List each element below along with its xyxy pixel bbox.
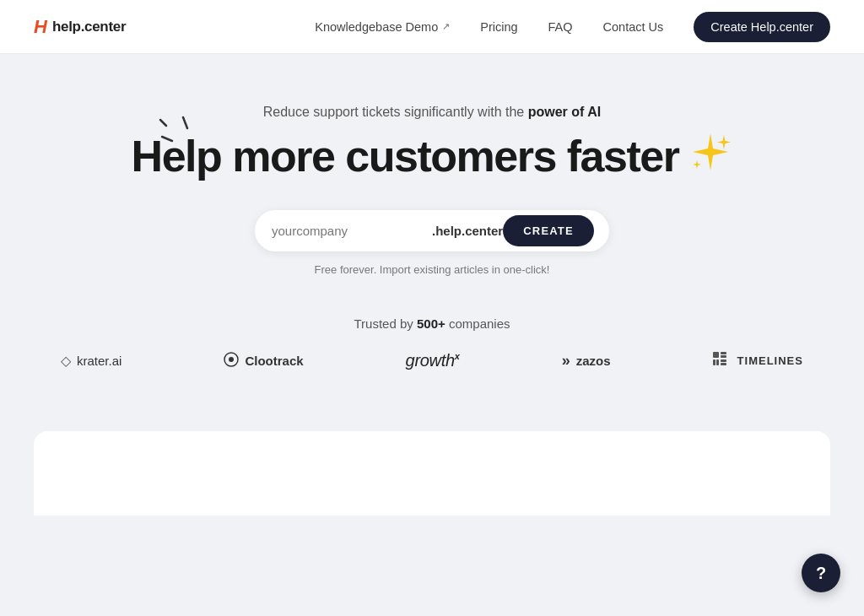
svg-rect-8: [713, 359, 716, 365]
hero-title-text: Help more customers faster: [132, 132, 679, 181]
nav-item-cta: Create Help.center: [694, 19, 830, 35]
svg-rect-11: [721, 363, 726, 365]
pricing-label: Pricing: [480, 20, 517, 34]
krater-icon: ◇: [61, 353, 71, 369]
hero-subtitle: Reduce support tickets significantly wit…: [263, 105, 601, 120]
sparkle-icon: [688, 130, 732, 183]
spark-svg: [154, 113, 196, 155]
create-button[interactable]: CREATE: [503, 215, 594, 246]
external-link-icon: ↗: [442, 21, 450, 32]
company-zazos: » zazos: [562, 352, 611, 370]
contact-us-link[interactable]: Contact Us: [603, 20, 664, 34]
svg-rect-7: [721, 355, 726, 358]
spark-decoration: [154, 113, 196, 155]
company-krater: ◇ krater.ai: [61, 353, 122, 369]
svg-line-1: [162, 137, 172, 141]
company-growthx: growthx: [406, 351, 460, 370]
trusted-label: Trusted by 500+ companies: [354, 316, 510, 331]
nav-item-faq: FAQ: [548, 19, 573, 35]
navbar: H help.center Knowledgebase Demo ↗ Prici…: [0, 0, 864, 54]
trusted-label-suffix: companies: [446, 316, 510, 331]
svg-line-2: [160, 120, 166, 126]
timelines-name: TIMELINES: [737, 354, 803, 367]
hero-title: Help more customers faster: [132, 130, 733, 183]
svg-rect-5: [713, 352, 719, 358]
faq-link[interactable]: FAQ: [548, 20, 573, 34]
bottom-card: [34, 431, 830, 516]
create-helpcenter-label: Create Help.center: [710, 20, 813, 34]
nav-item-contact: Contact Us: [603, 19, 664, 35]
clootrack-name: Clootrack: [245, 354, 303, 368]
clootrack-icon: [224, 352, 239, 370]
svg-rect-9: [716, 359, 719, 365]
company-clootrack: Clootrack: [224, 352, 303, 370]
domain-suffix: .help.center: [432, 224, 503, 238]
growthx-name: growthx: [406, 351, 460, 370]
nav-item-pricing: Pricing: [480, 19, 517, 35]
hero-subtitle-bold: power of AI: [528, 105, 602, 119]
nav-links: Knowledgebase Demo ↗ Pricing FAQ Contact…: [315, 19, 830, 35]
hero-subtitle-plain: Reduce support tickets significantly wit…: [263, 105, 528, 119]
krater-name: krater.ai: [77, 354, 122, 368]
svg-rect-6: [721, 352, 726, 354]
zazos-name: zazos: [576, 354, 611, 368]
nav-item-knowledgebase: Knowledgebase Demo ↗: [315, 20, 450, 34]
contact-us-label: Contact Us: [603, 20, 664, 34]
knowledgebase-demo-link[interactable]: Knowledgebase Demo ↗: [315, 20, 450, 34]
help-button[interactable]: ?: [802, 554, 840, 592]
create-helpcenter-button[interactable]: Create Help.center: [694, 12, 830, 42]
faq-label: FAQ: [548, 20, 573, 34]
timelines-icon: [713, 352, 732, 370]
trusted-label-plain: Trusted by: [354, 316, 417, 331]
input-prefix: [272, 224, 432, 238]
zazos-icon: »: [562, 352, 570, 370]
logo-link[interactable]: H help.center: [34, 18, 126, 36]
url-input-row: .help.center CREATE: [255, 210, 609, 251]
svg-rect-10: [721, 359, 726, 362]
svg-line-0: [183, 117, 187, 128]
knowledgebase-demo-label: Knowledgebase Demo: [315, 20, 438, 34]
pricing-link[interactable]: Pricing: [480, 20, 517, 34]
company-name-input[interactable]: [272, 224, 432, 238]
input-hint: Free forever. Import existing articles i…: [315, 263, 550, 276]
trusted-count: 500+: [417, 316, 446, 331]
svg-point-4: [229, 357, 234, 362]
hero-section: Reduce support tickets significantly wit…: [0, 54, 864, 404]
logo-text: help.center: [52, 19, 126, 35]
companies-row: ◇ krater.ai Clootrack growthx » zazos: [44, 351, 820, 370]
logo-icon: H: [34, 18, 47, 36]
company-timelines: TIMELINES: [713, 352, 803, 370]
trusted-section: Trusted by 500+ companies ◇ krater.ai Cl…: [27, 316, 837, 370]
help-button-label: ?: [816, 564, 826, 583]
